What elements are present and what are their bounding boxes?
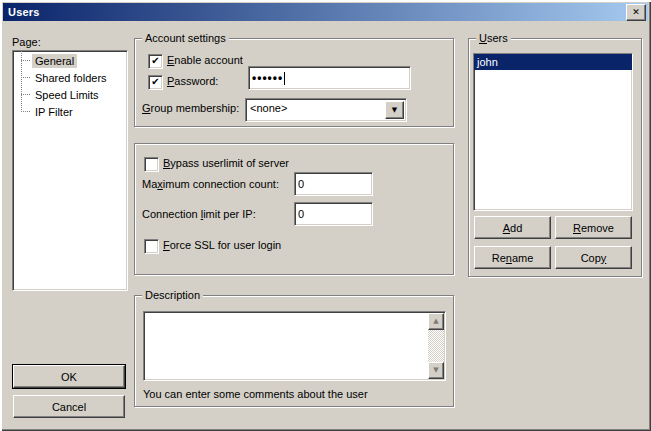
bypass-userlimit-label: Bypass userlimit of server xyxy=(163,157,289,169)
force-ssl-label: Force SSL for user login xyxy=(163,239,281,251)
scroll-up-button[interactable]: ▲ xyxy=(428,313,444,330)
window-title: Users xyxy=(3,6,40,18)
connection-limits-group: Bypass userlimit of server Maximum conne… xyxy=(134,143,454,275)
max-connection-label: Maximum connection count: xyxy=(142,178,279,190)
list-item-john[interactable]: john xyxy=(474,54,632,70)
tree-branch-stub xyxy=(21,94,30,95)
password-input[interactable]: •••••• xyxy=(248,66,411,90)
group-membership-label: Group membership: xyxy=(142,102,239,114)
users-group-title: Users xyxy=(476,32,511,44)
ip-limit-label: Connection limit per IP: xyxy=(142,208,256,220)
enable-account-label: Enable account xyxy=(167,54,243,66)
copy-button[interactable]: Copy xyxy=(555,246,632,269)
arrow-down-icon: ▼ xyxy=(433,367,438,374)
description-hint: You can enter some comments about the us… xyxy=(143,388,368,400)
add-button[interactable]: Add xyxy=(474,216,551,239)
check-icon: ✔ xyxy=(151,77,159,87)
titlebar[interactable]: Users xyxy=(3,3,648,21)
account-settings-title: Account settings xyxy=(142,32,229,44)
scroll-down-button[interactable]: ▼ xyxy=(428,362,444,379)
tree-branch-stub xyxy=(21,111,30,112)
users-listbox[interactable]: john xyxy=(473,53,633,211)
page-label: Page: xyxy=(12,36,41,48)
users-dialog: Users ✕ Page: General Shared folders Spe… xyxy=(0,0,651,431)
max-connection-value: 0 xyxy=(298,178,304,190)
description-scrollbar[interactable]: ▲ ▼ xyxy=(428,313,444,379)
cancel-button[interactable]: Cancel xyxy=(13,395,125,418)
tree-branch-stub xyxy=(21,77,30,78)
close-icon: ✕ xyxy=(632,8,640,17)
tree-item-general[interactable]: General xyxy=(13,52,127,69)
tree-item-speed-limits[interactable]: Speed Limits xyxy=(13,86,127,103)
page-tree[interactable]: General Shared folders Speed Limits IP F… xyxy=(12,50,128,291)
max-connection-input[interactable]: 0 xyxy=(294,172,373,196)
ok-button[interactable]: OK xyxy=(13,365,125,388)
rename-button[interactable]: Rename xyxy=(474,246,551,269)
group-membership-value: <none> xyxy=(250,102,287,114)
close-button[interactable]: ✕ xyxy=(626,4,646,21)
ip-limit-input[interactable]: 0 xyxy=(294,202,373,226)
password-masked-value: •••••• xyxy=(252,72,283,84)
tree-item-shared-folders[interactable]: Shared folders xyxy=(13,69,127,86)
tree-item-ip-filter[interactable]: IP Filter xyxy=(13,103,127,120)
ip-limit-value: 0 xyxy=(298,208,304,220)
bypass-userlimit-checkbox[interactable] xyxy=(144,157,159,172)
dropdown-button[interactable]: ▼ xyxy=(385,101,404,119)
description-title: Description xyxy=(142,289,203,301)
remove-button[interactable]: Remove xyxy=(555,216,632,239)
check-icon: ✔ xyxy=(151,56,159,66)
description-textarea[interactable]: ▲ ▼ xyxy=(143,311,446,381)
enable-account-checkbox[interactable]: ✔ xyxy=(148,54,163,69)
password-label: Password: xyxy=(167,75,218,87)
group-membership-select[interactable]: <none> ▼ xyxy=(245,98,407,122)
chevron-down-icon: ▼ xyxy=(392,107,397,114)
force-ssl-checkbox[interactable] xyxy=(144,239,159,254)
scrollbar-track[interactable] xyxy=(428,330,444,362)
description-group: Description ▲ ▼ You can enter some comme… xyxy=(134,295,454,407)
arrow-up-icon: ▲ xyxy=(433,318,438,325)
tree-branch-stub xyxy=(21,60,30,61)
password-checkbox[interactable]: ✔ xyxy=(148,75,163,90)
users-group: Users john Add Remove Rename Copy xyxy=(468,38,642,277)
account-settings-group: Account settings ✔ Enable account ✔ Pass… xyxy=(134,38,454,127)
text-caret xyxy=(284,72,285,85)
